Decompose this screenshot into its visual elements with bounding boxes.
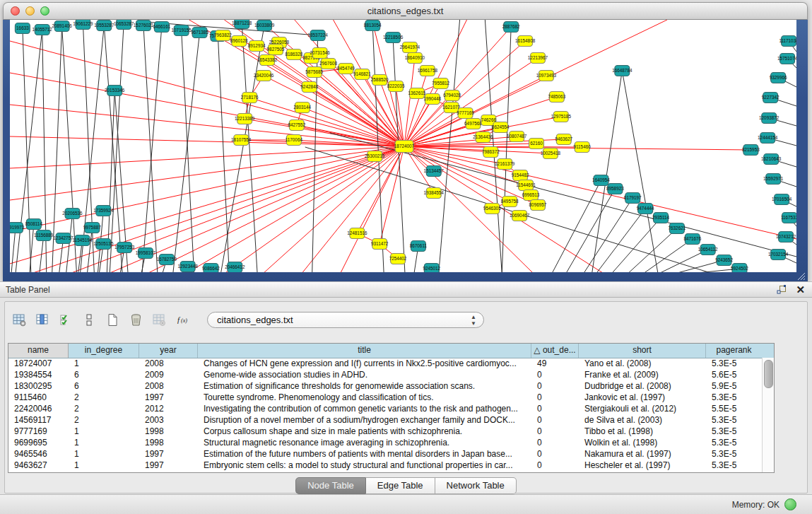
close-panel-icon[interactable]: ✕ bbox=[796, 284, 805, 296]
network-window-titlebar[interactable]: citations_edges.txt bbox=[3, 2, 808, 20]
network-node[interactable]: 16782759 bbox=[157, 255, 177, 265]
network-node[interactable]: 3919973 bbox=[10, 223, 25, 233]
network-node[interactable]: 12093872 bbox=[759, 113, 779, 124]
network-node[interactable]: 12213967 bbox=[528, 53, 548, 64]
table-row[interactable]: 977716911998Corpus callosum shape and si… bbox=[8, 426, 762, 437]
network-node[interactable]: 20153346 bbox=[105, 86, 125, 96]
network-node[interactable]: 16633 bbox=[15, 23, 30, 34]
network-node[interactable]: 8958923 bbox=[606, 184, 624, 194]
network-node[interactable]: 20891406 bbox=[52, 21, 72, 32]
network-node[interactable]: 6497568 bbox=[464, 119, 482, 129]
network-node[interactable]: 2935114 bbox=[652, 213, 670, 223]
column-header-out_degree[interactable]: △ out_de... bbox=[531, 344, 579, 358]
network-node[interactable]: 19061229 bbox=[73, 20, 93, 30]
network-node[interactable]: 12975185 bbox=[551, 112, 572, 122]
network-node[interactable]: 8096957 bbox=[529, 200, 547, 211]
network-node[interactable]: 9671385 bbox=[191, 28, 208, 38]
network-node[interactable]: 20731546 bbox=[310, 48, 330, 59]
network-node[interactable]: 9474444 bbox=[637, 204, 654, 214]
table-row[interactable]: 2242004622012Investigating the contribut… bbox=[8, 403, 762, 414]
network-node[interactable]: 16961758 bbox=[418, 66, 438, 76]
network-node[interactable]: 17032154 bbox=[768, 250, 789, 260]
delete-column-icon[interactable] bbox=[126, 310, 146, 329]
network-node[interactable]: 10743212 bbox=[776, 232, 796, 243]
network-node[interactable]: 9777169 bbox=[457, 108, 474, 119]
network-node[interactable]: 16033809 bbox=[254, 21, 275, 31]
network-node[interactable]: 9243652 bbox=[715, 255, 733, 266]
network-node[interactable]: 9086642 bbox=[202, 264, 220, 273]
network-node[interactable]: 14055712 bbox=[33, 25, 53, 35]
network-node[interactable]: 7955812 bbox=[432, 78, 449, 89]
network-node[interactable]: 9146821 bbox=[353, 69, 371, 80]
table-row[interactable]: 1872400712008Changes of HCN gene express… bbox=[8, 358, 762, 369]
network-node[interactable]: 2588520 bbox=[371, 75, 389, 86]
network-node[interactable]: 62160 bbox=[529, 139, 544, 149]
table-row[interactable]: 1938455462009Genome-wide association stu… bbox=[8, 369, 762, 380]
resize-grip-icon[interactable] bbox=[796, 272, 806, 281]
network-node[interactable]: 1990448 bbox=[423, 94, 441, 105]
network-node[interactable]: 23420046 bbox=[254, 71, 274, 81]
network-node[interactable]: 10025418 bbox=[541, 148, 561, 159]
table-selector-dropdown[interactable]: citations_edges.txt ▲▼ bbox=[207, 312, 484, 328]
network-node[interactable]: 7963822 bbox=[214, 30, 232, 41]
network-node[interactable]: 8670611 bbox=[410, 241, 428, 252]
tab-edge-table[interactable]: Edge Table bbox=[366, 477, 435, 494]
network-node[interactable]: 15751074 bbox=[777, 54, 796, 64]
network-node[interactable]: 10973493 bbox=[536, 71, 557, 81]
column-header-year[interactable]: year bbox=[139, 344, 198, 358]
network-node[interactable]: 9463627 bbox=[555, 134, 572, 145]
table-options-icon[interactable] bbox=[9, 310, 29, 329]
column-header-pagerank[interactable]: pagerank bbox=[706, 344, 762, 358]
network-node[interactable]: 9329966 bbox=[770, 73, 787, 83]
network-node[interactable]: 6794028 bbox=[443, 90, 461, 101]
network-node[interactable]: 9975887 bbox=[83, 223, 101, 233]
network-node[interactable]: 8912934 bbox=[248, 41, 266, 52]
network-node[interactable]: 6179197 bbox=[624, 193, 642, 204]
table-row[interactable]: 969969511998Structural magnetic resonanc… bbox=[8, 437, 762, 448]
network-node[interactable]: 17359924 bbox=[93, 206, 114, 216]
network-node[interactable]: 1167533 bbox=[781, 213, 796, 223]
network-node[interactable]: 1640954 bbox=[592, 175, 610, 186]
scrollbar-thumb[interactable] bbox=[764, 360, 773, 388]
column-header-in_degree[interactable]: in_degree bbox=[69, 344, 139, 358]
network-node[interactable]: 9827505 bbox=[267, 45, 285, 55]
network-node[interactable]: 10807487 bbox=[507, 132, 527, 142]
table-mode-icon[interactable] bbox=[79, 310, 99, 329]
network-node[interactable]: 6996513 bbox=[522, 190, 540, 201]
network-node[interactable]: 10719155 bbox=[172, 25, 192, 36]
network-node[interactable]: 2803144 bbox=[293, 103, 311, 113]
network-node[interactable]: 19958107 bbox=[136, 248, 156, 259]
network-node[interactable]: 20466412 bbox=[225, 262, 245, 273]
table-row[interactable]: 1456911722003Disruption of a novel membe… bbox=[8, 414, 762, 426]
table-row[interactable]: 911546021997Tourette syndrome. Phenomeno… bbox=[8, 392, 762, 403]
network-node[interactable]: 9154482 bbox=[512, 170, 529, 181]
network-node[interactable]: 29641974 bbox=[400, 42, 420, 53]
function-builder-icon[interactable]: f(x) bbox=[172, 310, 192, 329]
network-node[interactable]: 12161379 bbox=[495, 159, 515, 170]
network-node[interactable]: 18640910 bbox=[405, 53, 425, 64]
network-node[interactable]: 8222035 bbox=[387, 81, 405, 92]
network-node[interactable]: 18871218 bbox=[232, 20, 252, 29]
network-node[interactable]: 10553287 bbox=[94, 21, 114, 31]
network-node[interactable]: 8427552 bbox=[288, 120, 305, 131]
network-node[interactable]: 10690467 bbox=[510, 211, 530, 221]
network-node[interactable]: 2718176 bbox=[241, 93, 259, 103]
network-node[interactable]: 15592971 bbox=[763, 174, 784, 185]
network-canvas-svg[interactable]: 1663314055712208914061906122910553287106… bbox=[10, 20, 796, 272]
tab-node-table[interactable]: Node Table bbox=[295, 477, 366, 494]
column-select-icon[interactable] bbox=[33, 310, 52, 329]
column-header-short[interactable]: short bbox=[579, 344, 706, 358]
network-node[interactable]: 12342757 bbox=[53, 233, 73, 244]
network-node[interactable]: 17957253 bbox=[114, 243, 135, 253]
network-node[interactable]: 8215953 bbox=[742, 145, 760, 156]
network-node[interactable]: 7485063 bbox=[548, 92, 565, 103]
new-column-icon[interactable] bbox=[102, 310, 122, 329]
network-node[interactable]: 11545194 bbox=[73, 235, 93, 246]
vertical-scrollbar[interactable] bbox=[762, 358, 774, 472]
network-node[interactable]: 16210643 bbox=[761, 154, 782, 165]
network-node[interactable]: 10653287 bbox=[114, 20, 134, 30]
column-header-title[interactable]: title bbox=[198, 344, 531, 358]
network-node[interactable]: 11544691 bbox=[516, 180, 536, 191]
network-node[interactable]: 8495758 bbox=[501, 197, 519, 207]
network-node[interactable]: 9245012 bbox=[423, 264, 440, 273]
